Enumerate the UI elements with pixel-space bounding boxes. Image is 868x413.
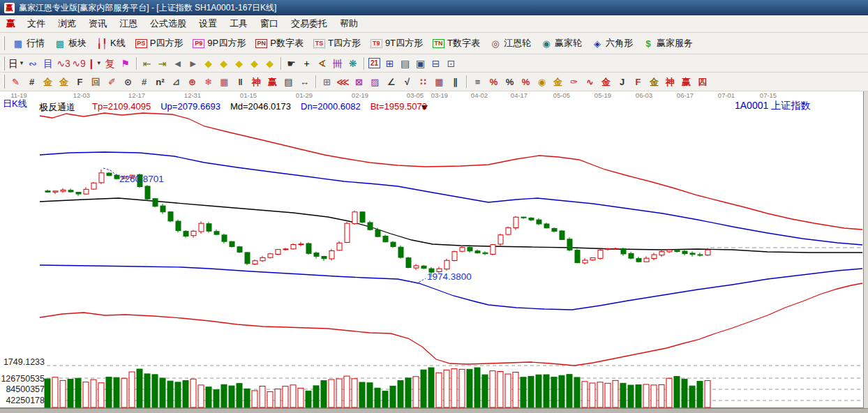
menu-browse[interactable]: 浏览 [52,16,82,31]
tool-percent[interactable]: % [502,75,518,89]
price-scale-icon: ≡ [475,77,481,87]
toolbar-button-kline[interactable]: ╽╿K线 [91,35,130,52]
toolbar-button-p-square[interactable]: PSP四方形 [130,35,188,52]
tool-hash-lines[interactable]: # [136,75,152,89]
tool-box-grid-2[interactable]: ▦ [431,75,447,89]
tool-overlay-curve[interactable]: ∾ [25,57,40,70]
toolbar-button-winner-wheel[interactable]: ◉赢家轮 [536,35,587,52]
tool-candle-style-dropdown[interactable]: ❙▼ [87,57,103,70]
menu-formula-stock-pick[interactable]: 公式选股 [144,16,193,31]
menu-help[interactable]: 帮助 [334,16,364,31]
tool-wave-red[interactable]: ∿ [582,75,598,89]
tool-f-grid[interactable]: F [72,75,88,89]
tool-wave-9[interactable]: ∿9 [71,57,87,70]
tool-pen-red-2[interactable]: ✐ [104,75,120,89]
tool-save-floppy[interactable]: ▣ [413,57,428,70]
tool-ruler-123[interactable]: ▤ [280,75,297,89]
tool-measure-arrow[interactable]: ↔ [297,75,313,89]
tool-gold-lines[interactable]: 金 [550,75,566,89]
gann-fan-icon: ⋘ [336,77,350,87]
tool-ying-grid[interactable]: 赢 [264,75,280,89]
tool-wave-3[interactable]: ∿3 [56,57,71,70]
tool-grid-box[interactable]: ▦ [216,75,232,89]
toolbar-button-winner-service[interactable]: $赢家服务 [638,35,698,52]
tool-price-scale[interactable]: ≡ [470,75,486,89]
tool-printer[interactable]: ⊡ [444,57,459,70]
tool-gold-red-lines[interactable]: 金 [598,75,614,89]
tool-gold-circle[interactable]: ◉ [534,75,550,89]
tool-k-stat[interactable]: ǁ [232,75,248,89]
tool-report-doc[interactable]: ▤ [398,57,413,70]
tool-f-angle[interactable]: F [630,75,646,89]
tool-box-tool[interactable]: ⊞ [319,75,335,89]
tool-gann-fan[interactable]: ⋘ [335,75,351,89]
toolbar-button-t-square[interactable]: TST四方形 [308,35,366,52]
tool-candle-pen[interactable]: ✑ [566,75,582,89]
tool-gold-grid-2[interactable]: 金 [56,75,72,89]
menu-file[interactable]: 文件 [21,16,52,31]
menu-window[interactable]: 窗口 [254,16,285,31]
toolbar-button-9p-square[interactable]: P99P四方形 [188,35,250,52]
tool-network-pc[interactable]: ⊟ [428,57,444,70]
tool-gold-angle[interactable]: 金 [646,75,662,89]
toolbar-button-sectors[interactable]: ▩板块 [50,35,91,52]
tool-calendar-21[interactable]: 21 [367,57,382,70]
tool-next-page[interactable]: ► [186,57,201,70]
tool-percent-lines[interactable]: % [518,75,534,89]
menu-news[interactable]: 资讯 [82,16,113,31]
tool-spiral-grid[interactable]: 回 [88,75,104,89]
tool-gold-grid-1[interactable]: 金 [40,75,56,89]
tool-ying-angle[interactable]: 赢 [678,75,694,89]
vertical-scrollbar[interactable] [863,91,868,408]
menu-tools[interactable]: 工具 [223,16,254,31]
tool-red-pen[interactable]: ✎ [8,75,24,89]
tool-prev-page[interactable]: ◄ [170,57,186,70]
tool-diamond-tool-center[interactable]: ◆ [262,57,278,70]
tool-angle-pen-tool[interactable]: ∢ [315,57,330,70]
tool-info-doc[interactable]: 目 [40,57,56,70]
tool-smart-brain-tool[interactable]: ❋ [345,57,361,70]
toolbar-button-hexagon[interactable]: ◈六角形 [587,35,638,52]
menu-gann[interactable]: 江恩 [113,16,144,31]
tool-shen-angle[interactable]: 神 [662,75,678,89]
tool-percent-diag[interactable]: % [486,75,502,89]
tool-diamond-tool-shrink[interactable]: ◆ [247,57,262,70]
tool-si-angle[interactable]: 四 [694,75,710,89]
toolbar-button-p-number-table[interactable]: PNP数字表 [250,35,308,52]
toolbar-button-gann-wheel[interactable]: ◎江恩轮 [485,35,536,52]
tool-dot-grid[interactable]: ∷ [415,75,431,89]
menu-trade-entrust[interactable]: 交易委托 [285,16,334,31]
tool-crosshair-tool[interactable]: + [299,57,315,70]
tool-period-day-dropdown[interactable]: 日▼ [8,57,25,70]
tool-fan-box-1[interactable]: ⊠ [351,75,367,89]
tool-gann-tool-purple[interactable]: 卌 [330,57,345,70]
menu-settings[interactable]: 设置 [193,16,223,31]
tool-calculator[interactable]: ⊞ [382,57,398,70]
tool-hand-tool[interactable]: ☛ [284,57,299,70]
tool-color-flag-chart[interactable]: ⚑ [118,57,133,70]
toolbar-button-quotes[interactable]: ▦行情 [8,35,50,52]
tool-parallel-lines[interactable]: ∥ [447,75,463,89]
tool-fan-box-2[interactable]: ▨ [367,75,383,89]
tool-diamond-tool-expand[interactable]: ◆ [232,57,247,70]
kline-chart-plot[interactable]: 11-1912-0312-1712-3101-1501-2902-1903-05… [0,91,868,408]
horizontal-scrollbar[interactable] [0,408,868,413]
tool-diamond-tool-left[interactable]: ◆ [201,57,216,70]
tool-gann-circle[interactable]: ⊙ [120,75,136,89]
tool-diamond-tool-right[interactable]: ◆ [216,57,232,70]
tool-shen-grid[interactable]: 神 [248,75,264,89]
tool-check-wave[interactable]: √ [399,75,415,89]
tool-circle-cross[interactable]: ⊕ [184,75,200,89]
tool-last-page[interactable]: ⇥ [155,57,170,70]
tool-snowflake-grid[interactable]: ❄ [200,75,216,89]
tool-restore-rights[interactable]: 复 [103,57,118,70]
svg-text:06-17: 06-17 [677,91,694,99]
tool-j-angle[interactable]: J [614,75,630,89]
tool-n-square[interactable]: n² [152,75,168,89]
tool-angle-lines[interactable]: ∠ [383,75,399,89]
toolbar-button-9t-square[interactable]: T99T四方形 [366,35,428,52]
toolbar-button-t-number-table[interactable]: TNT数字表 [428,35,485,52]
tool-angle-ruler[interactable]: ⊿ [168,75,184,89]
tool-first-page[interactable]: ⇤ [140,57,155,70]
tool-grid-hash[interactable]: # [24,75,40,89]
